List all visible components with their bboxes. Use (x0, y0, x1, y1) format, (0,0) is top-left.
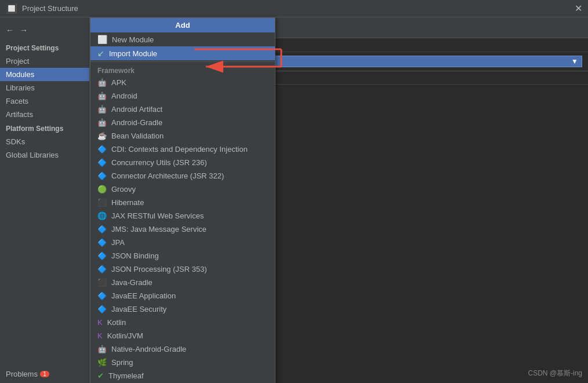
import-module-label: Import Module (109, 49, 157, 58)
java-gradle-icon: ⬛ (97, 278, 107, 287)
groovy-label: Groovy (111, 185, 136, 194)
menu-item-javaee-security[interactable]: 🔷 JavaEE Security (90, 302, 275, 316)
android-icon: 🤖 (97, 92, 107, 100)
json-processing-label: JSON Processing (JSR 353) (111, 265, 207, 273)
javaee-security-label: JavaEE Security (111, 305, 166, 313)
menu-item-groovy[interactable]: 🟢 Groovy (90, 183, 275, 196)
menu-item-apk[interactable]: 🤖 APK (90, 76, 275, 89)
window-title: Project Structure (22, 4, 78, 13)
menu-item-spring[interactable]: 🌿 Spring (90, 356, 275, 369)
connector-label: Connector Architecture (JSR 322) (111, 172, 224, 180)
thymeleaf-label: Thymeleaf (108, 371, 144, 380)
connector-icon: 🔷 (97, 172, 107, 180)
menu-item-android-artifact[interactable]: 🤖 Android Artifact (90, 103, 275, 116)
cdi-icon: 🔷 (97, 145, 107, 154)
native-android-gradle-icon: 🤖 (97, 345, 107, 353)
new-module-label: New Module (112, 35, 154, 44)
framework-section-label: Framework (90, 63, 275, 76)
sidebar-item-artifacts[interactable]: Artifacts (0, 108, 89, 121)
cdi-label: CDI: Contexts and Dependency Injection (111, 145, 248, 154)
problems-badge: 1 (40, 371, 49, 377)
main-layout: ← → Project Settings Project Modules Lib… (0, 17, 588, 383)
add-menu-overlay: Add ⬜ New Module ↙ Import Module Framewo… (90, 17, 275, 383)
groovy-icon: 🟢 (97, 185, 107, 194)
menu-item-hibernate[interactable]: ⬛ Hibernate (90, 196, 275, 209)
menu-item-kotlin-jvm[interactable]: K Kotlin/JVM (90, 329, 275, 342)
hibernate-label: Hibernate (111, 198, 144, 207)
menu-item-json-binding[interactable]: 🔷 JSON Binding (90, 249, 275, 262)
menu-item-json-processing[interactable]: 🔷 JSON Processing (JSR 353) (90, 262, 275, 276)
menu-item-kotlin[interactable]: K Kotlin (90, 316, 275, 329)
javaee-security-icon: 🔷 (97, 305, 107, 313)
jpa-label: JPA (111, 238, 125, 247)
android-artifact-icon: 🤖 (97, 105, 107, 114)
menu-item-thymeleaf[interactable]: ✔ Thymeleaf (90, 369, 275, 382)
import-module-icon: ↙ (97, 49, 104, 58)
bean-label: Bean Validation (111, 132, 164, 140)
menu-item-javaee-app[interactable]: 🔷 JavaEE Application (90, 289, 275, 302)
kotlin-icon: K (97, 318, 103, 327)
watermark: CSDN @慕斯-ing (528, 369, 582, 378)
new-module-icon: ⬜ (97, 35, 107, 44)
javaee-app-label: JavaEE Application (111, 291, 176, 300)
close-button[interactable]: ✕ (575, 3, 582, 14)
platform-settings-label: Platform Settings (0, 121, 89, 135)
menu-item-import-module[interactable]: ↙ Import Module (90, 46, 275, 60)
menu-item-jax[interactable]: 🌐 JAX RESTful Web Services (90, 209, 275, 222)
menu-item-bean-validation[interactable]: ☕ Bean Validation (90, 129, 275, 143)
menu-item-concurrency[interactable]: 🔷 Concurrency Utils (JSR 236) (90, 156, 275, 169)
jax-icon: 🌐 (97, 211, 107, 220)
menu-item-jms[interactable]: 🔷 JMS: Java Message Service (90, 222, 275, 236)
android-gradle-icon: 🤖 (97, 118, 107, 127)
sidebar-item-libraries[interactable]: Libraries (0, 81, 89, 94)
menu-item-android-gradle[interactable]: 🤖 Android-Gradle (90, 116, 275, 129)
menu-item-connector[interactable]: 🔷 Connector Architecture (JSR 322) (90, 169, 275, 183)
menu-item-native-android-gradle[interactable]: 🤖 Native-Android-Gradle (90, 342, 275, 356)
problems-section[interactable]: Problems 1 (0, 365, 89, 383)
menu-separator-1 (90, 61, 275, 62)
concurrency-icon: 🔷 (97, 158, 107, 167)
bean-icon: ☕ (97, 132, 107, 140)
add-popup: Add ⬜ New Module ↙ Import Module Framewo… (90, 17, 275, 383)
menu-item-android[interactable]: 🤖 Android (90, 89, 275, 103)
sidebar-item-sdks[interactable]: SDKs (0, 135, 89, 148)
app-icon: 🔲 (6, 3, 17, 14)
android-gradle-label: Android-Gradle (111, 118, 162, 127)
apk-icon: 🤖 (97, 78, 107, 87)
sidebar-item-project[interactable]: Project (0, 54, 89, 68)
kotlin-label: Kotlin (107, 318, 126, 327)
project-settings-label: Project Settings (0, 41, 89, 54)
jpa-icon: 🔷 (97, 238, 107, 247)
jms-label: JMS: Java Message Service (111, 225, 206, 234)
kotlin-jvm-label: Kotlin/JVM (107, 331, 143, 340)
json-binding-label: JSON Binding (111, 251, 159, 260)
add-menu-header: Add (90, 18, 275, 32)
back-button[interactable]: ← (5, 24, 15, 36)
json-processing-icon: 🔷 (97, 265, 107, 273)
android-label: Android (111, 92, 137, 100)
hibernate-icon: ⬛ (97, 198, 107, 207)
menu-item-new-module[interactable]: ⬜ New Module (90, 32, 275, 46)
spring-label: Spring (111, 358, 133, 367)
jms-icon: 🔷 (97, 225, 107, 234)
sdk-arrow: ▼ (571, 57, 578, 65)
sidebar-item-facets[interactable]: Facets (0, 94, 89, 108)
menu-item-java-gradle[interactable]: ⬛ Java-Gradle (90, 276, 275, 289)
native-android-gradle-label: Native-Android-Gradle (111, 345, 186, 353)
forward-button[interactable]: → (19, 24, 29, 36)
concurrency-label: Concurrency Utils (JSR 236) (111, 158, 207, 167)
sidebar-item-global-libraries[interactable]: Global Libraries (0, 148, 89, 162)
menu-item-jpa[interactable]: 🔷 JPA (90, 236, 275, 249)
menu-item-cdi[interactable]: 🔷 CDI: Contexts and Dependency Injection (90, 143, 275, 156)
thymeleaf-icon: ✔ (97, 371, 104, 380)
java-gradle-label: Java-Gradle (111, 278, 153, 287)
sidebar-item-modules[interactable]: Modules (0, 68, 89, 81)
title-bar: 🔲 Project Structure ✕ (0, 0, 588, 17)
kotlin-jvm-icon: K (97, 331, 103, 340)
javaee-app-icon: 🔷 (97, 291, 107, 300)
title-bar-left: 🔲 Project Structure (6, 3, 78, 14)
json-binding-icon: 🔷 (97, 251, 107, 260)
sidebar-toolbar: ← → (0, 22, 89, 41)
android-artifact-label: Android Artifact (111, 105, 162, 114)
problems-label: Problems (6, 370, 38, 378)
